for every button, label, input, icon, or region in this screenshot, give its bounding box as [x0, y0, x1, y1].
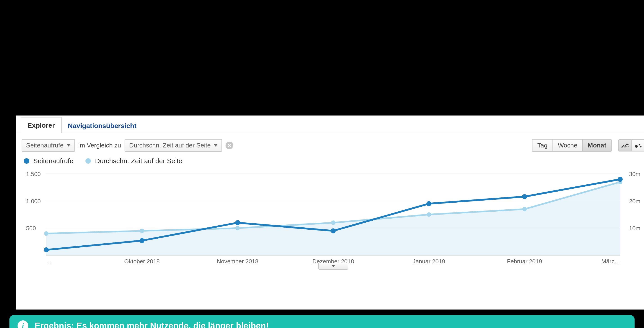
y-right-tick: 20m	[629, 198, 640, 205]
y-right-tick: 10m	[629, 225, 640, 232]
svg-point-20	[618, 177, 623, 182]
chart-type-line-button[interactable]	[619, 140, 632, 151]
result-text: Ergebnis: Es kommen mehr Nutzende, die l…	[35, 321, 269, 328]
svg-point-16	[235, 220, 240, 225]
compare-label: im Vergleich zu	[78, 142, 121, 149]
bubble-chart-icon	[634, 143, 642, 148]
granularity-toggle: Tag Woche Monat	[532, 139, 612, 152]
granularity-month[interactable]: Monat	[583, 139, 611, 151]
line-chart-icon	[621, 143, 629, 148]
svg-point-15	[140, 238, 144, 243]
line-chart	[22, 169, 644, 268]
legend-label: Durchschn. Zeit auf der Seite	[95, 157, 182, 165]
svg-point-2	[640, 146, 642, 147]
svg-point-12	[522, 207, 527, 211]
svg-point-17	[331, 228, 336, 233]
svg-point-9	[236, 226, 240, 230]
svg-point-8	[140, 229, 144, 233]
legend-dot	[24, 158, 29, 164]
info-icon: i	[18, 320, 28, 328]
x-tick: Oktober 2018	[124, 258, 160, 265]
metric-secondary-select[interactable]: Durchschn. Zeit auf der Seite	[124, 139, 222, 152]
svg-point-14	[44, 247, 49, 252]
tab-explorer[interactable]: Explorer	[21, 117, 62, 133]
metric-primary-select[interactable]: Seitenaufrufe	[22, 139, 75, 152]
granularity-day[interactable]: Tag	[532, 139, 553, 151]
chart-area: 5001.0001.500 10m20m30m …Oktober 2018Nov…	[22, 169, 644, 268]
metric-primary-label: Seitenaufrufe	[26, 142, 64, 149]
svg-point-19	[522, 194, 527, 199]
chart-toolbar: Seitenaufrufe im Vergleich zu Durchschn.…	[16, 133, 644, 154]
x-tick: …	[46, 258, 52, 265]
chart-type-toggle	[618, 139, 644, 151]
x-tick: Februar 2019	[507, 258, 542, 265]
legend-dot	[86, 158, 91, 164]
legend-item-avg-time: Durchschn. Zeit auf der Seite	[86, 157, 182, 165]
chart-legend: Seitenaufrufe Durchschn. Zeit auf der Se…	[16, 154, 644, 165]
y-left-tick: 1.500	[26, 171, 41, 178]
x-tick: November 2018	[217, 258, 258, 265]
x-tick: März…	[601, 258, 620, 265]
svg-point-0	[635, 145, 638, 148]
tab-navigation-overview[interactable]: Navigationsübersicht	[62, 118, 143, 133]
chevron-down-icon	[214, 144, 218, 146]
tab-bar: Explorer Navigationsübersicht	[16, 116, 644, 133]
legend-label: Seitenaufrufe	[33, 157, 73, 165]
y-left-tick: 1.000	[26, 198, 41, 205]
svg-point-1	[638, 144, 640, 145]
svg-point-10	[331, 220, 336, 225]
y-left-tick: 500	[26, 225, 36, 232]
chevron-down-icon	[332, 265, 335, 267]
svg-point-18	[426, 201, 431, 206]
clear-secondary-metric-button[interactable]	[226, 142, 233, 149]
metric-secondary-label: Durchschn. Zeit auf der Seite	[129, 142, 211, 149]
y-right-tick: 30m	[629, 171, 640, 178]
chevron-down-icon	[67, 144, 70, 146]
granularity-week[interactable]: Woche	[553, 139, 583, 151]
result-banner: i Ergebnis: Es kommen mehr Nutzende, die…	[10, 315, 634, 328]
close-icon	[227, 143, 232, 147]
x-tick: Januar 2019	[412, 258, 445, 265]
svg-point-11	[426, 212, 431, 217]
legend-item-pageviews: Seitenaufrufe	[24, 157, 73, 165]
svg-point-7	[44, 231, 48, 236]
expand-chart-handle[interactable]	[318, 263, 348, 270]
chart-type-motion-button[interactable]	[632, 140, 644, 151]
analytics-panel: Explorer Navigationsübersicht Seitenaufr…	[16, 116, 644, 309]
